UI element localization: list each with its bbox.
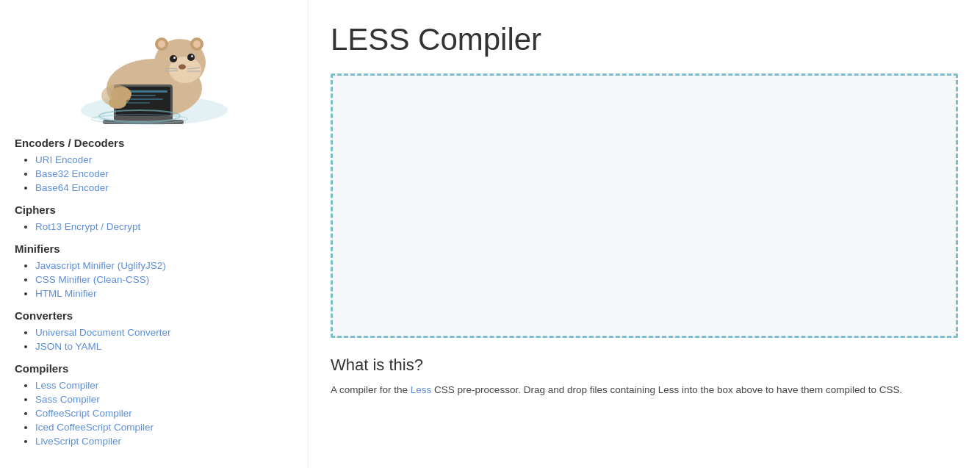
nav-section-title-converters: Converters: [15, 309, 293, 322]
list-item: CSS Minifier (Clean-CSS): [35, 273, 293, 285]
list-item: Base32 Encoder: [35, 168, 293, 179]
nav-section-title-minifiers: Minifiers: [15, 242, 293, 255]
desc-prefix: A compiler for the: [331, 384, 411, 395]
nav-link[interactable]: HTML Minifier: [35, 288, 97, 299]
svg-point-26: [101, 84, 131, 107]
desc-suffix: CSS pre-processor. Drag and drop files c…: [431, 384, 902, 395]
svg-point-10: [173, 57, 176, 59]
drop-zone[interactable]: [331, 73, 958, 338]
list-item: Universal Document Converter: [35, 326, 293, 338]
nav-link[interactable]: Universal Document Converter: [35, 327, 171, 338]
main-content: LESS Compiler What is this? A compiler f…: [309, 0, 980, 468]
nav-list-ciphers: Rot13 Encrypt / Decrypt: [15, 220, 293, 232]
list-item: Sass Compiler: [35, 393, 293, 405]
nav-list-encoders-decoders: URI EncoderBase32 EncoderBase64 Encoder: [15, 154, 293, 193]
nav-list-compilers: Less CompilerSass CompilerCoffeeScript C…: [15, 379, 293, 447]
nav-link[interactable]: LiveScript Compiler: [35, 436, 121, 447]
sidebar: Encoders / DecodersURI EncoderBase32 Enc…: [0, 0, 309, 468]
nav-link[interactable]: Less Compiler: [35, 380, 98, 391]
nav-link[interactable]: JSON to YAML: [35, 341, 101, 352]
nav-list-converters: Universal Document ConverterJSON to YAML: [15, 326, 293, 352]
nav-section-title-ciphers: Ciphers: [15, 204, 293, 216]
nav-section-title-compilers: Compilers: [15, 362, 293, 375]
nav-link[interactable]: Iced CoffeeScript Compiler: [35, 422, 154, 433]
page-title: LESS Compiler: [331, 22, 958, 57]
list-item: LiveScript Compiler: [35, 435, 293, 447]
what-is-this-desc: A compiler for the Less CSS pre-processo…: [331, 382, 958, 398]
list-item: Javascript Minifier (UglifyJS2): [35, 259, 293, 271]
list-item: Less Compiler: [35, 379, 293, 391]
list-item: URI Encoder: [35, 154, 293, 165]
svg-point-6: [193, 40, 201, 48]
list-item: HTML Minifier: [35, 287, 293, 299]
list-item: JSON to YAML: [35, 340, 293, 352]
nav-link[interactable]: CSS Minifier (Clean-CSS): [35, 274, 149, 285]
svg-point-4: [158, 40, 165, 48]
nav-list-minifiers: Javascript Minifier (UglifyJS2)CSS Minif…: [15, 259, 293, 299]
otter-logo: [73, 7, 235, 125]
nav-link[interactable]: Base64 Encoder: [35, 182, 109, 193]
svg-point-11: [191, 55, 193, 57]
svg-point-12: [179, 65, 186, 70]
list-item: Iced CoffeeScript Compiler: [35, 421, 293, 433]
nav-section-title-encoders-decoders: Encoders / Decoders: [15, 137, 293, 149]
nav-link[interactable]: Sass Compiler: [35, 394, 100, 405]
nav-link[interactable]: CoffeeScript Compiler: [35, 408, 132, 419]
less-link[interactable]: Less: [411, 384, 432, 395]
list-item: CoffeeScript Compiler: [35, 407, 293, 419]
nav-link[interactable]: Javascript Minifier (UglifyJS2): [35, 260, 166, 271]
logo-area: [15, 7, 293, 125]
nav-sections: Encoders / DecodersURI EncoderBase32 Enc…: [15, 137, 293, 447]
what-is-this-title: What is this?: [331, 356, 958, 375]
nav-link[interactable]: URI Encoder: [35, 154, 92, 165]
svg-point-9: [187, 54, 195, 61]
list-item: Base64 Encoder: [35, 181, 293, 193]
svg-point-8: [170, 55, 177, 62]
list-item: Rot13 Encrypt / Decrypt: [35, 220, 293, 232]
nav-link[interactable]: Base32 Encoder: [35, 168, 109, 179]
nav-link[interactable]: Rot13 Encrypt / Decrypt: [35, 221, 140, 232]
